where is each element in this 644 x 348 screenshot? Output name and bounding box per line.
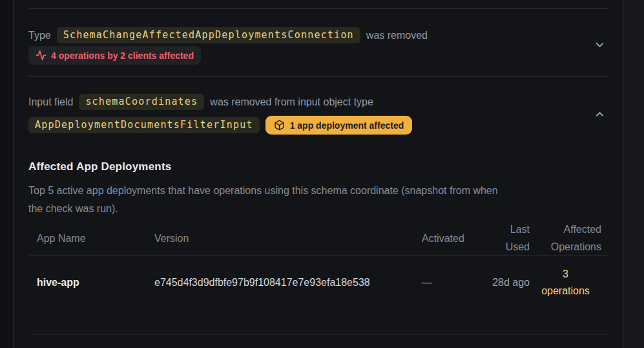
table-header-row: App Name Version Activated Last Used Aff… — [28, 221, 608, 256]
package-icon — [274, 120, 285, 131]
change-middle: was removed from input object type — [210, 96, 373, 108]
activated-cell: — — [422, 274, 486, 291]
app-name-cell: hive-app — [28, 274, 154, 291]
affected-operations-value[interactable]: 3 operations — [540, 266, 592, 299]
column-header-last-used: Last Used — [486, 221, 530, 256]
affected-deployments-table: App Name Version Activated Last Used Aff… — [28, 221, 608, 309]
affected-operations-cell: 3 operations — [530, 266, 608, 299]
change-message: Type SchemaChangeAffectedAppDeploymentsC… — [28, 27, 428, 43]
section-divider — [28, 8, 608, 9]
input-type-code-badge: AppDeploymentDocumentsFilterInput — [28, 117, 260, 133]
version-cell: e745d4f3d9dfbfe97b9f108417e7e93efa18e538 — [154, 274, 422, 291]
change-prefix: Input field — [28, 96, 73, 108]
operations-affected-badge: 4 operations by 2 clients affected — [28, 46, 201, 65]
column-header-affected-operations: Affected Operations — [530, 221, 608, 256]
change-suffix: was removed — [366, 30, 428, 41]
type-name-code-badge: SchemaChangeAffectedAppDeploymentsConnec… — [57, 27, 360, 43]
chevron-up-icon[interactable] — [591, 105, 608, 123]
schema-change-row-type-removed[interactable]: Type SchemaChangeAffectedAppDeploymentsC… — [28, 27, 608, 65]
schema-checks-panel: Type SchemaChangeAffectedAppDeploymentsC… — [14, 0, 623, 348]
column-header-app-name: App Name — [28, 230, 154, 247]
change-prefix: Type — [28, 30, 51, 41]
operations-affected-label: 4 operations by 2 clients affected — [51, 50, 194, 61]
chevron-down-icon[interactable] — [591, 36, 608, 54]
table-row: hive-app e745d4f3d9dfbfe97b9f108417e7e93… — [28, 256, 608, 309]
column-header-activated: Activated — [422, 230, 486, 247]
affected-deployments-title: Affected App Deployments — [28, 160, 608, 173]
field-name-code-badge: schemaCoordinates — [79, 94, 204, 110]
page-left-gutter — [0, 0, 14, 348]
change-message: Input field schemaCoordinates was remove… — [28, 94, 468, 135]
app-deployment-affected-label: 1 app deployment affected — [290, 120, 404, 131]
app-deployment-affected-badge: 1 app deployment affected — [265, 116, 413, 135]
schema-change-row-input-field-removed[interactable]: Input field schemaCoordinates was remove… — [28, 94, 608, 135]
section-divider — [28, 334, 608, 334]
last-used-cell: 28d ago — [486, 274, 530, 291]
affected-deployments-description: Top 5 active app deployments that have o… — [28, 182, 510, 218]
change-content: Type SchemaChangeAffectedAppDeploymentsC… — [28, 27, 428, 65]
column-header-version: Version — [154, 230, 422, 247]
activity-icon — [36, 50, 47, 61]
section-divider — [28, 76, 608, 77]
